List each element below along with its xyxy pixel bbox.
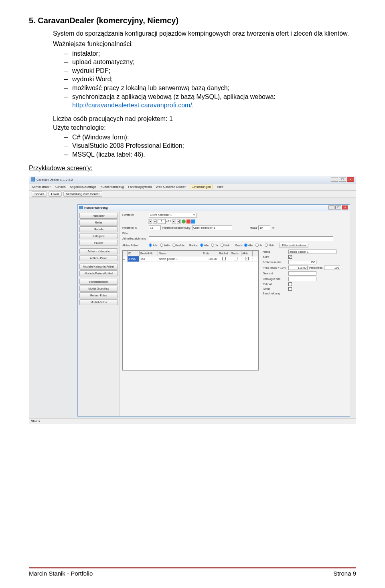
- sidebar-modell-fotos[interactable]: Modell-Fotos: [79, 299, 118, 305]
- child-title: Kundenfahrzeug: [84, 206, 108, 209]
- menu-kunden[interactable]: Kunden: [55, 185, 66, 189]
- radio-alle-1[interactable]: Alle: [149, 244, 158, 247]
- child-minimize-button[interactable]: _: [328, 205, 334, 209]
- mwst-unit: %: [272, 226, 274, 229]
- child-close-button[interactable]: ×: [342, 205, 348, 209]
- cell-aktiv: [241, 256, 253, 262]
- sidebar-modelle-pakete-artikel[interactable]: Modelle/Pakete/Artikel: [79, 270, 118, 276]
- menu-fahrzeugsystem[interactable]: Fahrzeugsystem: [128, 185, 152, 189]
- cell-id: JHNA: [128, 256, 140, 262]
- save-icon[interactable]: [191, 219, 195, 224]
- menu-angebote[interactable]: Angebote/Aufträge: [70, 185, 97, 189]
- radio-alle-3[interactable]: Alle: [244, 244, 253, 247]
- app-icon: [31, 177, 35, 181]
- menu-hilfe[interactable]: Hilfe: [217, 185, 223, 189]
- sidebar-reihe[interactable]: Reihe: [79, 219, 118, 226]
- radio-ja-2[interactable]: Ja: [255, 244, 262, 247]
- filter-reset-button[interactable]: Filter zurücksetzen: [279, 243, 308, 248]
- artikel-bez-field[interactable]: [149, 236, 333, 241]
- child-window: Kundenfahrzeug _ □ × Hersteller Reihe Mo…: [77, 204, 350, 417]
- feature-item: wydruki Word;: [64, 75, 356, 84]
- aktive-radio-group: Alle Aktiv Inaktiv: [149, 244, 184, 247]
- team-line: Liczba osób pracujących nad projektem: 1: [53, 115, 356, 123]
- sidebar-modelle[interactable]: Modelle: [79, 226, 118, 232]
- hersteller-id-label: Hersteller id: [122, 226, 147, 229]
- radio-inaktiv[interactable]: Inaktiv: [172, 244, 184, 247]
- footer-divider: [29, 567, 356, 568]
- nav-prev-button[interactable]: ◂: [153, 219, 157, 224]
- webapp-link[interactable]: http://caravandealertest.caravanprofi.co…: [72, 102, 192, 109]
- col-gratis[interactable]: Gratis: [230, 251, 241, 256]
- sidebar-hersteller[interactable]: Hersteller: [79, 213, 118, 219]
- hersteller-bez-label: Herstellerbezeichnung: [162, 226, 190, 229]
- table-row[interactable]: ▸ JHNA 153 article packet 1 100.00: [123, 256, 258, 262]
- delete-icon[interactable]: [186, 219, 190, 224]
- screens-heading: Przykładowe screen'y:: [29, 165, 356, 172]
- det-bestell-field[interactable]: 153: [288, 260, 316, 264]
- maximize-button[interactable]: □: [339, 177, 346, 182]
- det-name-field[interactable]: article packet 1: [288, 250, 336, 254]
- det-gewicht-label: Gewicht: [263, 272, 287, 275]
- mwst-field[interactable]: 19: [258, 226, 270, 230]
- radio-ja-1[interactable]: Ja: [211, 244, 218, 247]
- menu-einstellungen[interactable]: Einstellungen: [190, 185, 213, 189]
- server-button[interactable]: Server: [32, 191, 47, 197]
- connection-button[interactable]: Verbindung zum Server: [63, 191, 103, 197]
- col-name[interactable]: Name: [158, 251, 202, 256]
- radio-aktiv[interactable]: Aktiv: [160, 244, 170, 247]
- det-name-label: Name: [263, 250, 287, 253]
- minimize-button[interactable]: _: [331, 177, 338, 182]
- nav-first-button[interactable]: |◂: [148, 219, 152, 224]
- details-panel: Name article packet 1 Aktiv Bestellnumme…: [263, 250, 347, 371]
- hersteller-id-field[interactable]: 11: [149, 226, 161, 230]
- det-gewicht-field[interactable]: [288, 271, 316, 276]
- det-beschreibung-label: Beschreibung: [263, 292, 287, 295]
- gratis-filter-label: Gratis: [235, 244, 243, 247]
- feature-suffix: .: [192, 102, 194, 109]
- filter-label: Filter:: [122, 232, 147, 235]
- data-grid[interactable]: ID Bestell-Nr. Name Preis Rabbat Gratis …: [122, 250, 259, 371]
- chevron-down-icon: ▾: [192, 213, 196, 217]
- det-aktiv-checkbox[interactable]: [288, 255, 292, 259]
- det-netto-field[interactable]: 100: [324, 266, 340, 270]
- child-maximize-button[interactable]: □: [335, 205, 341, 209]
- feature-item: instalator;: [64, 49, 356, 58]
- nav-next-button[interactable]: ▸: [172, 219, 176, 224]
- window-controls: _ □ ×: [331, 177, 354, 182]
- tech-item: C# (Windows form);: [64, 133, 356, 142]
- lokal-button[interactable]: Lokal: [49, 191, 62, 197]
- radio-nein-2[interactable]: Nein: [265, 244, 274, 247]
- det-gratis-label: Gratis: [263, 288, 287, 290]
- col-preis[interactable]: Preis: [202, 251, 218, 256]
- menu-web[interactable]: Web Caravan Dealer: [156, 185, 186, 189]
- det-brutto-field[interactable]: 119.00: [288, 266, 308, 270]
- menu-kundenfahrzeug[interactable]: Kundenfahrzeug: [100, 185, 124, 189]
- footer-left: Marcin Stanik - Portfolio: [29, 570, 93, 577]
- det-catalogue-field[interactable]: [288, 277, 316, 281]
- sidebar-kategorie[interactable]: Kategorie: [79, 233, 118, 239]
- col-aktiv[interactable]: Aktiv: [241, 251, 253, 256]
- statusbar: Status: [29, 418, 356, 424]
- sidebar-pakete[interactable]: Pakete: [79, 240, 118, 246]
- sidebar-reihen-fotos[interactable]: Reihen-Fotos: [79, 292, 118, 298]
- add-icon[interactable]: [182, 219, 186, 224]
- col-rabbat[interactable]: Rabbat: [218, 251, 230, 256]
- det-gratis-checkbox[interactable]: [288, 287, 292, 291]
- radio-nein-1[interactable]: Nein: [221, 244, 230, 247]
- sidebar-modelle-kategorie-artikel[interactable]: Modelle/Kategorie/Artikel: [79, 264, 118, 270]
- nav-position[interactable]: 1: [158, 219, 166, 224]
- feature-item: synchronizacja z aplikacją webową (z baz…: [64, 93, 356, 110]
- radio-alle-2[interactable]: Alle: [200, 244, 209, 247]
- sidebar-artikel-kategorie[interactable]: Artikel - Kategorie: [79, 248, 118, 254]
- col-bestell[interactable]: Bestell-Nr.: [140, 251, 158, 256]
- hersteller-bez-field[interactable]: Client hersteller 1: [192, 226, 232, 230]
- menu-administrator[interactable]: Administrator: [32, 185, 51, 189]
- col-id[interactable]: ID: [128, 251, 140, 256]
- det-rabbat-checkbox[interactable]: [288, 282, 292, 286]
- sidebar-herstellerbilder[interactable]: Herstellerbilder: [79, 279, 118, 285]
- close-button[interactable]: ×: [347, 177, 354, 182]
- sidebar-artikel-paket[interactable]: Artikel - Paket: [79, 255, 118, 261]
- sidebar-model-grundriss[interactable]: Model Grundriss: [79, 286, 118, 292]
- hersteller-dropdown[interactable]: Client hersteller 1 ▾: [149, 213, 197, 217]
- nav-last-button[interactable]: ▸|: [177, 219, 181, 224]
